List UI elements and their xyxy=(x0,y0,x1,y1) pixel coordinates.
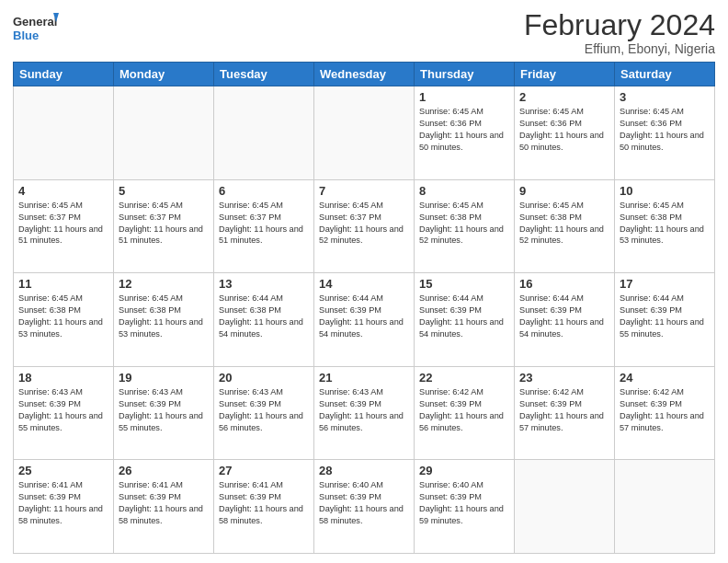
table-row: 17 Sunrise: 6:44 AMSunset: 6:39 PMDaylig… xyxy=(615,273,715,367)
day-number: 15 xyxy=(419,277,509,291)
table-row: 16 Sunrise: 6:44 AMSunset: 6:39 PMDaylig… xyxy=(515,273,615,367)
logo: General Blue xyxy=(13,9,59,48)
logo-svg: General Blue xyxy=(13,9,59,48)
day-info: Sunrise: 6:40 AMSunset: 6:39 PMDaylight:… xyxy=(419,480,504,525)
table-row: 7 Sunrise: 6:45 AMSunset: 6:37 PMDayligh… xyxy=(314,179,415,273)
day-number: 7 xyxy=(319,184,409,198)
table-row: 20 Sunrise: 6:43 AMSunset: 6:39 PMDaylig… xyxy=(214,366,314,460)
day-info: Sunrise: 6:41 AMSunset: 6:39 PMDaylight:… xyxy=(119,480,203,525)
day-info: Sunrise: 6:44 AMSunset: 6:39 PMDaylight:… xyxy=(419,293,504,339)
table-row: 26 Sunrise: 6:41 AMSunset: 6:39 PMDaylig… xyxy=(114,460,214,554)
table-row: 23 Sunrise: 6:42 AMSunset: 6:39 PMDaylig… xyxy=(515,366,615,460)
table-row: 1 Sunrise: 6:45 AMSunset: 6:36 PMDayligh… xyxy=(415,86,515,180)
col-tuesday: Tuesday xyxy=(214,63,314,86)
table-row: 29 Sunrise: 6:40 AMSunset: 6:39 PMDaylig… xyxy=(415,460,515,554)
day-info: Sunrise: 6:40 AMSunset: 6:39 PMDaylight:… xyxy=(319,480,404,525)
day-info: Sunrise: 6:45 AMSunset: 6:36 PMDaylight:… xyxy=(419,107,504,152)
calendar-week-row: 18 Sunrise: 6:43 AMSunset: 6:39 PMDaylig… xyxy=(14,366,715,460)
table-row: 4 Sunrise: 6:45 AMSunset: 6:37 PMDayligh… xyxy=(14,179,114,273)
day-info: Sunrise: 6:43 AMSunset: 6:39 PMDaylight:… xyxy=(18,387,103,432)
col-thursday: Thursday xyxy=(415,63,515,86)
table-row: 11 Sunrise: 6:45 AMSunset: 6:38 PMDaylig… xyxy=(14,273,114,367)
table-row xyxy=(615,460,715,554)
day-number: 23 xyxy=(519,371,609,385)
day-number: 24 xyxy=(620,371,710,385)
day-number: 3 xyxy=(620,90,710,104)
day-number: 22 xyxy=(419,371,509,385)
day-info: Sunrise: 6:43 AMSunset: 6:39 PMDaylight:… xyxy=(219,387,303,432)
table-row: 5 Sunrise: 6:45 AMSunset: 6:37 PMDayligh… xyxy=(114,179,214,273)
day-number: 27 xyxy=(219,464,309,477)
day-number: 6 xyxy=(219,184,309,198)
day-number: 26 xyxy=(119,464,209,477)
day-info: Sunrise: 6:43 AMSunset: 6:39 PMDaylight:… xyxy=(319,387,404,432)
day-info: Sunrise: 6:42 AMSunset: 6:39 PMDaylight:… xyxy=(620,387,704,432)
day-number: 1 xyxy=(419,90,509,104)
table-row: 2 Sunrise: 6:45 AMSunset: 6:36 PMDayligh… xyxy=(515,86,615,180)
table-row: 19 Sunrise: 6:43 AMSunset: 6:39 PMDaylig… xyxy=(114,366,214,460)
col-friday: Friday xyxy=(515,63,615,86)
col-monday: Monday xyxy=(114,63,214,86)
day-info: Sunrise: 6:45 AMSunset: 6:38 PMDaylight:… xyxy=(419,201,504,246)
table-row: 18 Sunrise: 6:43 AMSunset: 6:39 PMDaylig… xyxy=(14,366,114,460)
table-row xyxy=(114,86,214,180)
day-info: Sunrise: 6:45 AMSunset: 6:37 PMDaylight:… xyxy=(319,201,404,246)
day-number: 2 xyxy=(519,90,609,104)
calendar-table: Sunday Monday Tuesday Wednesday Thursday… xyxy=(13,62,715,554)
table-row: 14 Sunrise: 6:44 AMSunset: 6:39 PMDaylig… xyxy=(314,273,415,367)
month-title: February 2024 xyxy=(524,9,715,41)
table-row: 27 Sunrise: 6:41 AMSunset: 6:39 PMDaylig… xyxy=(214,460,314,554)
day-number: 5 xyxy=(119,184,209,198)
day-info: Sunrise: 6:44 AMSunset: 6:39 PMDaylight:… xyxy=(319,293,404,339)
day-number: 29 xyxy=(419,464,509,477)
table-row: 21 Sunrise: 6:43 AMSunset: 6:39 PMDaylig… xyxy=(314,366,415,460)
day-info: Sunrise: 6:45 AMSunset: 6:38 PMDaylight:… xyxy=(18,293,103,339)
day-info: Sunrise: 6:42 AMSunset: 6:39 PMDaylight:… xyxy=(419,387,504,432)
location: Effium, Ebonyi, Nigeria xyxy=(524,41,715,56)
day-number: 17 xyxy=(620,277,710,291)
header: General Blue February 2024 Effium, Ebony… xyxy=(13,9,715,56)
table-row: 3 Sunrise: 6:45 AMSunset: 6:36 PMDayligh… xyxy=(615,86,715,180)
col-sunday: Sunday xyxy=(14,63,114,86)
calendar-week-row: 11 Sunrise: 6:45 AMSunset: 6:38 PMDaylig… xyxy=(14,273,715,367)
day-info: Sunrise: 6:44 AMSunset: 6:38 PMDaylight:… xyxy=(219,293,303,339)
table-row: 6 Sunrise: 6:45 AMSunset: 6:37 PMDayligh… xyxy=(214,179,314,273)
svg-text:Blue: Blue xyxy=(13,29,39,42)
day-number: 9 xyxy=(519,184,609,198)
table-row: 12 Sunrise: 6:45 AMSunset: 6:38 PMDaylig… xyxy=(114,273,214,367)
title-block: February 2024 Effium, Ebonyi, Nigeria xyxy=(524,9,715,56)
table-row: 10 Sunrise: 6:45 AMSunset: 6:38 PMDaylig… xyxy=(615,179,715,273)
table-row: 28 Sunrise: 6:40 AMSunset: 6:39 PMDaylig… xyxy=(314,460,415,554)
day-number: 21 xyxy=(319,371,409,385)
day-number: 11 xyxy=(18,277,108,291)
day-number: 16 xyxy=(519,277,609,291)
calendar-week-row: 25 Sunrise: 6:41 AMSunset: 6:39 PMDaylig… xyxy=(14,460,715,554)
day-number: 20 xyxy=(219,371,309,385)
calendar-header-row: Sunday Monday Tuesday Wednesday Thursday… xyxy=(14,63,715,86)
day-number: 8 xyxy=(419,184,509,198)
day-number: 13 xyxy=(219,277,309,291)
table-row: 9 Sunrise: 6:45 AMSunset: 6:38 PMDayligh… xyxy=(515,179,615,273)
table-row: 24 Sunrise: 6:42 AMSunset: 6:39 PMDaylig… xyxy=(615,366,715,460)
day-info: Sunrise: 6:45 AMSunset: 6:38 PMDaylight:… xyxy=(119,293,203,339)
svg-text:General: General xyxy=(13,15,57,29)
table-row xyxy=(214,86,314,180)
day-info: Sunrise: 6:45 AMSunset: 6:37 PMDaylight:… xyxy=(119,201,203,246)
day-info: Sunrise: 6:41 AMSunset: 6:39 PMDaylight:… xyxy=(18,480,103,525)
day-info: Sunrise: 6:45 AMSunset: 6:38 PMDaylight:… xyxy=(519,201,604,246)
day-info: Sunrise: 6:45 AMSunset: 6:38 PMDaylight:… xyxy=(620,201,704,246)
table-row xyxy=(14,86,114,180)
day-info: Sunrise: 6:45 AMSunset: 6:37 PMDaylight:… xyxy=(219,201,303,246)
day-number: 14 xyxy=(319,277,409,291)
day-number: 25 xyxy=(18,464,108,477)
col-saturday: Saturday xyxy=(615,63,715,86)
day-number: 10 xyxy=(620,184,710,198)
day-info: Sunrise: 6:43 AMSunset: 6:39 PMDaylight:… xyxy=(119,387,203,432)
table-row: 13 Sunrise: 6:44 AMSunset: 6:38 PMDaylig… xyxy=(214,273,314,367)
day-info: Sunrise: 6:44 AMSunset: 6:39 PMDaylight:… xyxy=(519,293,604,339)
day-info: Sunrise: 6:45 AMSunset: 6:36 PMDaylight:… xyxy=(519,107,604,152)
table-row: 25 Sunrise: 6:41 AMSunset: 6:39 PMDaylig… xyxy=(14,460,114,554)
day-number: 19 xyxy=(119,371,209,385)
calendar-week-row: 1 Sunrise: 6:45 AMSunset: 6:36 PMDayligh… xyxy=(14,86,715,180)
day-number: 4 xyxy=(18,184,108,198)
